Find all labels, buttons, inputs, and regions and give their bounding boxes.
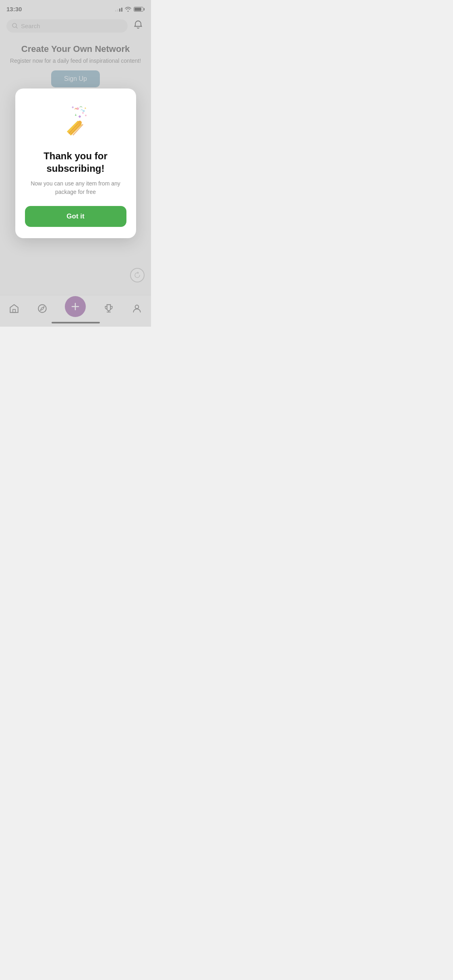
svg-point-2 [77,107,79,110]
modal-title: Thank you for subscribing! [25,150,126,175]
party-popper-illustration [56,101,96,142]
svg-rect-7 [78,115,81,118]
svg-point-6 [78,121,82,125]
subscription-modal: Thank you for subscribing! Now you can u… [15,89,136,238]
modal-overlay: Thank you for subscribing! Now you can u… [0,0,151,327]
got-it-button[interactable]: Got it [25,206,126,227]
svg-point-8 [85,115,87,116]
modal-subtitle: Now you can use any item from any packag… [25,179,126,196]
svg-rect-4 [72,106,74,108]
svg-rect-5 [85,107,86,109]
